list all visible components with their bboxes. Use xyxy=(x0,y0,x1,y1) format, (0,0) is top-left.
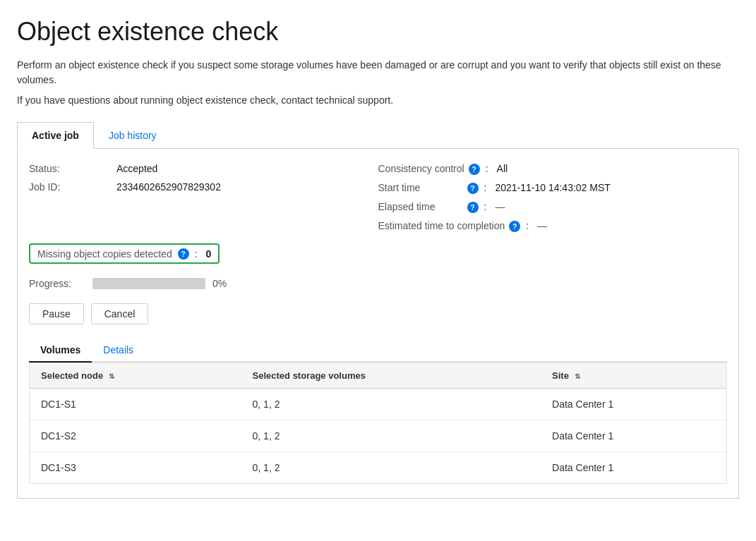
missing-copies-label: Missing object copies detected xyxy=(37,248,172,260)
main-tabs: Active job Job history xyxy=(17,122,739,149)
missing-copies-container: Missing object copies detected ? : 0 xyxy=(29,243,727,271)
tab-job-history[interactable]: Job history xyxy=(94,122,172,148)
progress-percent: 0% xyxy=(212,278,227,289)
col-header-site[interactable]: Site ⇅ xyxy=(541,363,726,389)
status-value: Accepted xyxy=(116,163,157,174)
consistency-help-icon[interactable]: ? xyxy=(469,164,480,175)
progress-label: Progress: xyxy=(29,278,85,289)
tab-active-job[interactable]: Active job xyxy=(17,122,94,149)
sort-site-icon: ⇅ xyxy=(575,372,580,380)
elapsed-time-value: — xyxy=(495,201,505,212)
table-row: DC1-S1 0, 1, 2 Data Center 1 xyxy=(30,389,726,420)
cell-site: Data Center 1 xyxy=(541,389,726,420)
start-time-help-icon[interactable]: ? xyxy=(467,183,479,194)
consistency-label: Consistency control xyxy=(378,163,464,174)
table-header-row: Selected node ⇅ Selected storage volumes… xyxy=(30,363,726,389)
consistency-row: Consistency control ? : All xyxy=(378,163,728,175)
elapsed-time-help-icon[interactable]: ? xyxy=(467,202,479,213)
page-title: Object existence check xyxy=(17,17,739,47)
start-time-value: 2021-11-10 14:43:02 MST xyxy=(495,182,610,193)
missing-copies-value: 0 xyxy=(206,248,212,260)
col-header-node[interactable]: Selected node ⇅ xyxy=(30,363,241,389)
progress-bar xyxy=(92,278,205,289)
start-time-row: Start time ? : 2021-11-10 14:43:02 MST xyxy=(378,182,728,194)
sub-tabs: Volumes Details xyxy=(29,339,727,363)
table-row: DC1-S3 0, 1, 2 Data Center 1 xyxy=(30,452,726,484)
volumes-tbody: DC1-S1 0, 1, 2 Data Center 1 DC1-S2 0, 1… xyxy=(30,389,726,484)
description-2: If you have questions about running obje… xyxy=(17,93,739,108)
status-right: Consistency control ? : All Start time ?… xyxy=(378,163,728,232)
sub-tab-details[interactable]: Details xyxy=(92,339,145,363)
estimated-time-label: Estimated time to completion xyxy=(378,220,505,231)
missing-copies-help-icon[interactable]: ? xyxy=(178,248,189,260)
estimated-time-help-icon[interactable]: ? xyxy=(509,221,520,232)
cell-node: DC1-S2 xyxy=(30,420,241,452)
pause-button[interactable]: Pause xyxy=(29,303,84,324)
elapsed-time-row: Elapsed time ? : — xyxy=(378,201,728,213)
estimated-time-value: — xyxy=(537,220,547,231)
cell-site: Data Center 1 xyxy=(541,420,726,452)
missing-copies-box: Missing object copies detected ? : 0 xyxy=(29,243,220,264)
elapsed-time-label: Elapsed time xyxy=(378,201,463,212)
cell-site: Data Center 1 xyxy=(541,452,726,484)
start-time-label: Start time xyxy=(378,182,463,193)
cell-volumes: 0, 1, 2 xyxy=(241,452,541,484)
consistency-value: All xyxy=(497,163,508,174)
status-left: Status: Accepted Job ID: 233460265290782… xyxy=(29,163,378,232)
job-id-row: Job ID: 2334602652907829302 xyxy=(29,181,378,193)
cell-node: DC1-S1 xyxy=(30,389,241,420)
sort-node-icon: ⇅ xyxy=(109,372,114,380)
progress-row: Progress: 0% xyxy=(29,278,727,289)
status-grid: Status: Accepted Job ID: 233460265290782… xyxy=(29,163,727,232)
cell-node: DC1-S3 xyxy=(30,452,241,484)
col-header-volumes: Selected storage volumes xyxy=(241,363,541,389)
content-area: Status: Accepted Job ID: 233460265290782… xyxy=(17,149,739,499)
estimated-time-row: Estimated time to completion ? : — xyxy=(378,220,728,232)
cancel-button[interactable]: Cancel xyxy=(91,303,149,324)
table-row: DC1-S2 0, 1, 2 Data Center 1 xyxy=(30,420,726,452)
status-label: Status: xyxy=(29,163,114,174)
volumes-table: Selected node ⇅ Selected storage volumes… xyxy=(30,363,726,483)
cell-volumes: 0, 1, 2 xyxy=(241,389,541,420)
job-id-label: Job ID: xyxy=(29,181,114,193)
job-id-value: 2334602652907829302 xyxy=(116,181,221,193)
status-row: Status: Accepted xyxy=(29,163,378,174)
description-1: Perform an object existence check if you… xyxy=(17,58,739,87)
volumes-table-wrapper[interactable]: Selected node ⇅ Selected storage volumes… xyxy=(29,363,727,484)
action-buttons: Pause Cancel xyxy=(29,303,727,324)
cell-volumes: 0, 1, 2 xyxy=(241,420,541,452)
sub-tab-volumes[interactable]: Volumes xyxy=(29,339,92,363)
